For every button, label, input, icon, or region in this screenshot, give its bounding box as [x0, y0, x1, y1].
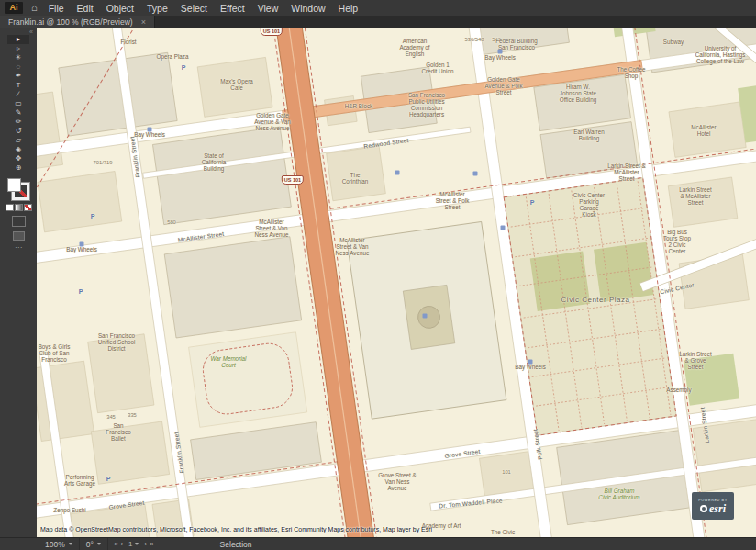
esri-globe-icon: [700, 505, 707, 512]
next-artboard-button[interactable]: ›: [144, 540, 147, 548]
none-button[interactable]: [24, 204, 32, 211]
artboard-number: 1: [128, 540, 132, 548]
menu-window[interactable]: Window: [284, 3, 331, 14]
first-artboard-button[interactable]: «: [114, 540, 117, 548]
current-tool-status: Selection: [220, 540, 252, 549]
line-segment-tool[interactable]: ∕: [7, 90, 29, 99]
color-button[interactable]: [6, 204, 14, 211]
veterans-building: [164, 237, 301, 338]
menu-edit[interactable]: Edit: [71, 3, 100, 14]
map-geometry: [37, 28, 756, 538]
status-bar: 100% 0° « ‹ 1 › » Selection: [0, 537, 756, 550]
screen-mode-button[interactable]: [13, 231, 25, 241]
selection-tool[interactable]: ▸: [7, 35, 29, 44]
menu-help[interactable]: Help: [332, 3, 365, 14]
powered-by-label: POWERED BY: [698, 499, 728, 502]
menu-bar: Ai ⌂ FileEditObjectTypeSelectEffectViewW…: [0, 0, 756, 17]
menu-effect[interactable]: Effect: [214, 3, 251, 14]
tool-list: ▸▹✳◌✒T∕▭✎✏↺▱◈✥⊕: [7, 35, 29, 173]
corinthian-building: [327, 146, 386, 201]
illustrator-logo-icon: Ai: [5, 2, 23, 14]
type-tool[interactable]: T: [7, 81, 29, 90]
esri-logo: POWERED BY esri: [692, 492, 734, 520]
fill-swatch[interactable]: [7, 178, 21, 192]
rotate-tool[interactable]: ↺: [7, 127, 29, 136]
esri-brand-label: esri: [709, 503, 726, 514]
rectangle-tool[interactable]: ▭: [7, 99, 29, 108]
toolbar-more-icon[interactable]: ⋯: [15, 243, 22, 252]
magic-wand-tool[interactable]: ✳: [7, 53, 29, 62]
scale-tool[interactable]: ▱: [7, 136, 29, 145]
illustrator-window: Ai ⌂ FileEditObjectTypeSelectEffectViewW…: [0, 0, 756, 550]
home-icon[interactable]: ⌂: [31, 0, 38, 16]
pen-tool[interactable]: ✒: [7, 72, 29, 81]
rotation-select[interactable]: 0°: [80, 538, 108, 550]
city-hall-building: [347, 221, 506, 419]
menu-items: FileEditObjectTypeSelectEffectViewWindow…: [42, 0, 365, 17]
last-artboard-button[interactable]: »: [150, 540, 153, 548]
map-canvas[interactable]: US 101US 101FloristOpera PlazaMax's Oper…: [37, 28, 756, 538]
hand-tool[interactable]: ✥: [7, 154, 29, 163]
tab-title: Franklin.ai @ 100 % (RGB/Preview): [8, 17, 133, 27]
gradient-button[interactable]: [15, 204, 23, 211]
map-attribution: Map data © OpenStreetMap contributors, M…: [40, 526, 432, 533]
lasso-tool[interactable]: ◌: [7, 62, 29, 72]
chevron-down-icon: [97, 543, 101, 545]
fill-stroke-control[interactable]: [7, 178, 29, 200]
document-tab[interactable]: Franklin.ai @ 100 % (RGB/Preview) ×: [0, 16, 155, 28]
eyedropper-tool[interactable]: ◈: [7, 145, 29, 154]
menu-select[interactable]: Select: [174, 3, 214, 14]
draw-mode-button[interactable]: [12, 216, 26, 227]
chevron-down-icon: [69, 543, 72, 545]
pencil-tool[interactable]: ✏: [7, 118, 29, 127]
collapse-panel-icon[interactable]: «: [29, 28, 33, 35]
rotation-value: 0°: [86, 540, 94, 549]
chevron-down-icon: [135, 543, 139, 545]
close-tab-icon[interactable]: ×: [141, 17, 146, 27]
tab-bar: Franklin.ai @ 100 % (RGB/Preview) ×: [0, 16, 756, 28]
zoom-level-select[interactable]: 100%: [39, 538, 80, 550]
prev-artboard-button[interactable]: ‹: [120, 540, 123, 548]
artboard-navigation: « ‹ 1 › »: [108, 540, 160, 548]
menu-object[interactable]: Object: [100, 3, 140, 14]
menu-file[interactable]: File: [42, 3, 71, 14]
tools-panel: « ▸▹✳◌✒T∕▭✎✏↺▱◈✥⊕ ⋯: [0, 28, 38, 538]
menu-type[interactable]: Type: [140, 3, 174, 14]
assembly-lawn: [684, 354, 739, 406]
artboard-number-select[interactable]: 1: [126, 540, 141, 548]
zoom-level: 100%: [45, 540, 65, 549]
paintbrush-tool[interactable]: ✎: [7, 108, 29, 118]
direct-selection-tool[interactable]: ▹: [7, 44, 29, 53]
zoom-tool[interactable]: ⊕: [7, 163, 29, 173]
color-mode-buttons: [6, 204, 32, 211]
menu-view[interactable]: View: [251, 3, 285, 14]
